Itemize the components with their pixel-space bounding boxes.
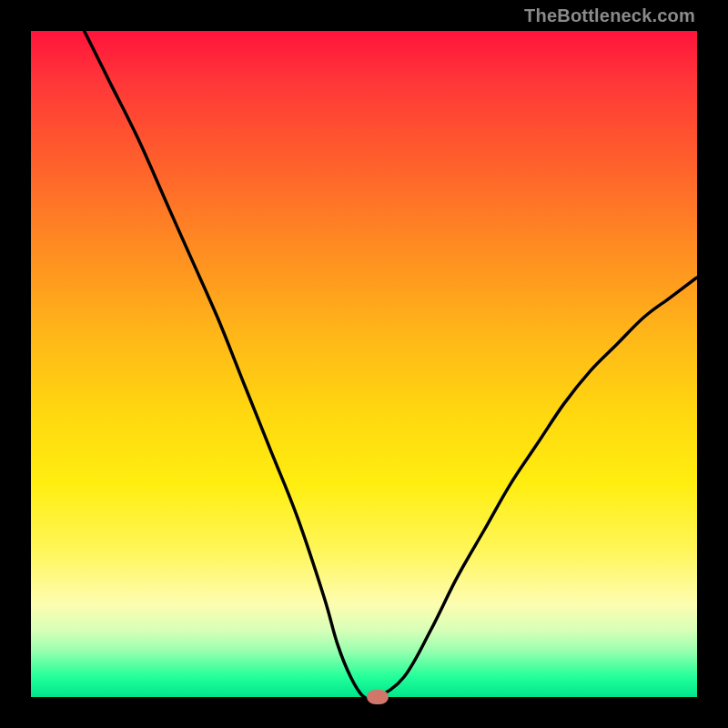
- plot-area: [31, 31, 697, 697]
- chart-frame: TheBottleneck.com: [0, 0, 728, 728]
- watermark-text: TheBottleneck.com: [524, 5, 695, 26]
